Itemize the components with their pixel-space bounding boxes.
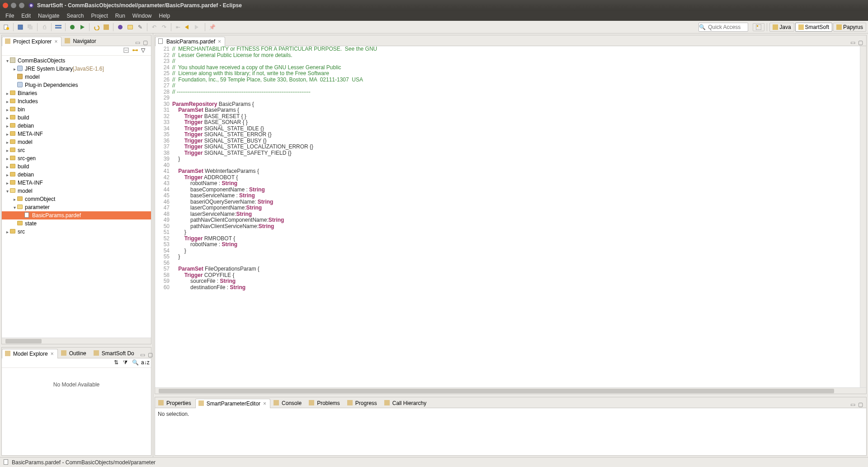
tree-item[interactable]: ▸src-gen bbox=[2, 154, 151, 162]
tree-item[interactable]: Plug-in Dependencies bbox=[2, 81, 151, 89]
new-button[interactable] bbox=[2, 23, 11, 32]
run-button[interactable] bbox=[78, 23, 87, 32]
last-edit-button[interactable]: ⇤ bbox=[174, 23, 183, 32]
view-menu-icon[interactable]: ▽ bbox=[141, 47, 148, 54]
tree-twisty[interactable]: ▸ bbox=[5, 107, 10, 112]
bottom-tab[interactable]: Properties bbox=[155, 398, 195, 408]
bottom-tab[interactable]: Problems bbox=[306, 398, 344, 408]
minimize-view-icon[interactable]: ▭ bbox=[135, 39, 142, 46]
project-explorer-tab[interactable]: Navigator bbox=[61, 36, 100, 46]
menu-edit[interactable]: Edit bbox=[18, 12, 34, 20]
tree-item[interactable]: ▸JRE System Library [JavaSE-1.6] bbox=[2, 65, 151, 73]
close-icon[interactable]: × bbox=[51, 351, 54, 357]
minimize-view-icon[interactable]: ▭ bbox=[850, 401, 857, 408]
tree-twisty[interactable]: ▸ bbox=[5, 124, 10, 129]
quick-access-input[interactable] bbox=[698, 23, 748, 32]
tree-twisty[interactable]: ▸ bbox=[5, 91, 10, 96]
tree-item[interactable]: BasicParams.pardef bbox=[2, 211, 151, 219]
tree-twisty[interactable]: ▸ bbox=[5, 148, 10, 153]
sort-icon[interactable]: ⇅ bbox=[114, 359, 121, 367]
create-module-button[interactable] bbox=[116, 23, 125, 32]
tree-item[interactable]: ▾CommBasicObjects bbox=[2, 57, 151, 65]
editor-body[interactable]: 2122232425262728293031323334353637383940… bbox=[155, 46, 866, 387]
tree-item[interactable]: ▸src bbox=[2, 228, 151, 236]
tree-item[interactable]: ▸src bbox=[2, 146, 151, 154]
minimize-view-icon[interactable]: ▭ bbox=[140, 352, 146, 358]
print-button[interactable]: ⎙ bbox=[40, 23, 49, 32]
close-icon[interactable]: × bbox=[54, 38, 57, 45]
tree-twisty[interactable]: ▸ bbox=[5, 172, 10, 177]
next-edit-button[interactable]: ↷ bbox=[160, 23, 169, 32]
window-minimize-button[interactable] bbox=[11, 3, 16, 8]
menu-search[interactable]: Search bbox=[63, 12, 87, 20]
menu-navigate[interactable]: Navigate bbox=[34, 12, 63, 20]
tree-item[interactable]: model bbox=[2, 73, 151, 81]
maximize-view-icon[interactable]: ▢ bbox=[143, 39, 149, 46]
tree-item[interactable]: ▸Binaries bbox=[2, 89, 151, 97]
tree-twisty[interactable]: ▸ bbox=[5, 115, 10, 120]
toggle-breadcrumb-button[interactable] bbox=[54, 23, 63, 32]
menu-run[interactable]: Run bbox=[112, 12, 129, 20]
close-icon[interactable]: × bbox=[263, 400, 266, 407]
open-folder-button[interactable] bbox=[126, 23, 135, 32]
model-explorer-tab[interactable]: SmartSoft Do bbox=[90, 348, 138, 358]
back-button[interactable] bbox=[184, 23, 193, 32]
editor-tab[interactable]: BasicParams.pardef × bbox=[155, 37, 225, 46]
close-icon[interactable]: × bbox=[218, 38, 221, 45]
link-editor-icon[interactable] bbox=[132, 47, 139, 54]
undo-button[interactable] bbox=[92, 23, 101, 32]
editor-h-scrollbar[interactable] bbox=[155, 387, 866, 394]
tree-item[interactable]: ▸META-INF bbox=[2, 130, 151, 138]
window-maximize-button[interactable] bbox=[19, 3, 24, 8]
tree-item[interactable]: ▸debian bbox=[2, 122, 151, 130]
tree-twisty[interactable]: ▸ bbox=[5, 156, 10, 161]
minimize-view-icon[interactable]: ▭ bbox=[850, 39, 857, 46]
save-button[interactable] bbox=[16, 23, 25, 32]
tree-item[interactable]: ▸model bbox=[2, 138, 151, 146]
perspective-smartsoft[interactable]: SmartSoft bbox=[795, 23, 832, 32]
tree-twisty[interactable]: ▸ bbox=[5, 132, 10, 137]
project-explorer-tab[interactable]: Project Explorer× bbox=[2, 37, 61, 46]
tree-item[interactable]: ▸META-INF bbox=[2, 179, 151, 187]
open-perspective-button[interactable] bbox=[753, 23, 764, 31]
save-all-button[interactable] bbox=[26, 23, 35, 32]
tree-twisty[interactable]: ▾ bbox=[5, 189, 10, 194]
tree-item[interactable]: ▸build bbox=[2, 114, 151, 122]
tree-twisty[interactable]: ▸ bbox=[5, 181, 10, 186]
maximize-view-icon[interactable]: ▢ bbox=[858, 401, 864, 408]
menu-project[interactable]: Project bbox=[87, 12, 111, 20]
bottom-tab[interactable]: Call Hierarchy bbox=[381, 398, 430, 408]
tree-item[interactable]: ▸build bbox=[2, 162, 151, 171]
model-explorer-tab[interactable]: Outline bbox=[58, 348, 90, 358]
az-sort-icon[interactable]: a↓z bbox=[141, 359, 148, 367]
maximize-view-icon[interactable]: ▢ bbox=[858, 39, 864, 46]
pin-button[interactable]: 📌 bbox=[208, 23, 217, 32]
tree-twisty[interactable]: ▸ bbox=[5, 140, 10, 145]
tree-item[interactable]: ▾parameter bbox=[2, 203, 151, 211]
collapse-all-icon[interactable] bbox=[123, 47, 130, 54]
editor-v-scrollbar[interactable] bbox=[860, 46, 866, 387]
bottom-tab[interactable]: SmartParameterEditor× bbox=[195, 399, 270, 408]
tree-twisty[interactable]: ▾ bbox=[5, 58, 10, 63]
tree-twisty[interactable]: ▸ bbox=[12, 67, 17, 71]
tree-item[interactable]: ▸Includes bbox=[2, 97, 151, 105]
tree-twisty[interactable]: ▸ bbox=[5, 164, 10, 169]
tree-item[interactable]: ▸bin bbox=[2, 105, 151, 114]
tree-h-scrollbar[interactable] bbox=[2, 338, 151, 344]
debug-button[interactable] bbox=[68, 23, 77, 32]
menu-window[interactable]: Window bbox=[129, 12, 156, 20]
tree-item[interactable]: ▸commObject bbox=[2, 195, 151, 203]
tree-item[interactable]: state bbox=[2, 219, 151, 228]
tree-twisty[interactable]: ▸ bbox=[5, 229, 10, 234]
tree-twisty[interactable]: ▸ bbox=[12, 197, 17, 202]
bottom-tab[interactable]: Console bbox=[270, 398, 306, 408]
filter-icon[interactable]: ⧩ bbox=[123, 359, 130, 367]
bottom-tab[interactable]: Progress bbox=[344, 398, 381, 408]
search-icon[interactable]: 🔍 bbox=[132, 359, 139, 367]
prev-edit-button[interactable]: ↶ bbox=[150, 23, 159, 32]
tree-item[interactable]: ▸debian bbox=[2, 171, 151, 179]
menu-help[interactable]: Help bbox=[156, 12, 174, 20]
perspective-papyrus[interactable]: Papyrus bbox=[833, 23, 866, 32]
model-explorer-tab[interactable]: Model Explore× bbox=[2, 349, 58, 358]
tree-item[interactable]: ▾model bbox=[2, 187, 151, 195]
